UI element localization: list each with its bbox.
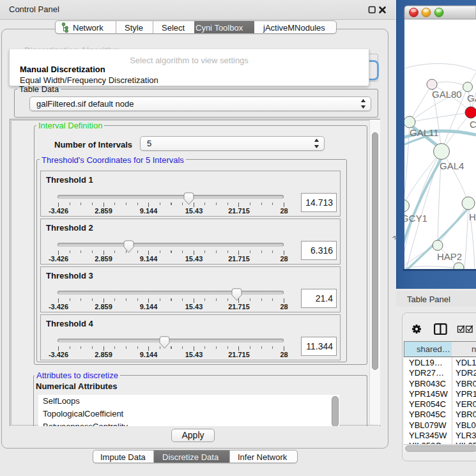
svg-text:HA: HA bbox=[469, 211, 476, 222]
svg-text:GAL11: GAL11 bbox=[410, 127, 439, 138]
svg-text:GAL4: GAL4 bbox=[440, 160, 464, 171]
svg-text:GAL80: GAL80 bbox=[432, 89, 462, 100]
svg-text:HAP2: HAP2 bbox=[437, 251, 462, 262]
svg-text:C: C bbox=[470, 119, 476, 130]
svg-text:GCY1: GCY1 bbox=[401, 213, 427, 224]
svg-text:GA: GA bbox=[467, 93, 476, 104]
